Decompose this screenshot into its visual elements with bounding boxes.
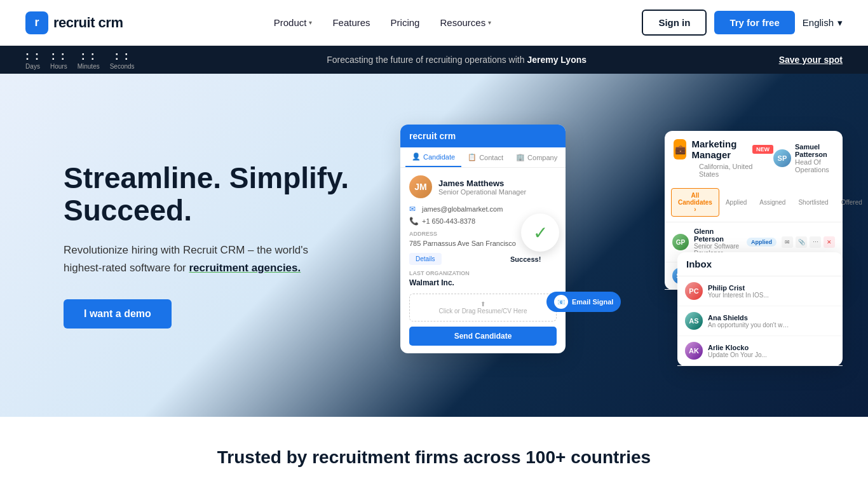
stage-offered[interactable]: Offered [835, 188, 868, 217]
nav-pricing[interactable]: Pricing [391, 17, 420, 28]
countdown-days: : : Days [25, 50, 40, 70]
inbox-name-1: Philip Crist [708, 284, 835, 292]
pipeline-title: Marketing Manager [691, 139, 747, 160]
stage-assigned[interactable]: Assigned [753, 188, 792, 217]
signin-button[interactable]: Sign in [642, 10, 707, 36]
org-name: Walmart Inc. [409, 278, 557, 287]
inbox-card: Inbox PC Philip Crist Your Interest In I… [677, 252, 843, 366]
nav-resources[interactable]: Resources ▾ [440, 17, 491, 28]
logos-title: Trusted by recruitment firms across 100+… [25, 447, 843, 468]
hero-link[interactable]: recruitment agencies. [189, 262, 301, 274]
send-candidate-button[interactable]: Send Candidate [409, 327, 557, 346]
inbox-name-3: Arlie Klocko [708, 344, 835, 351]
phone-icon: 📞 [409, 217, 418, 226]
countdown-hours: : : Hours [50, 50, 67, 70]
hero-title: Streamline. Simplify. Succeed. [64, 162, 369, 226]
inbox-name-2: Ana Shields [708, 314, 835, 322]
inbox-title: Inbox [677, 252, 843, 276]
hero-visuals: recruit crm 👤Candidate 📋Contact 🏢Company… [394, 112, 843, 379]
navbar: r recruit crm Product ▾ Features Pricing… [0, 0, 868, 46]
success-label: Success! [510, 255, 541, 263]
email-bubble-avatar: 📧 [554, 295, 568, 309]
candidate-avatar-1: GP [672, 234, 689, 250]
person-role: Senior Operational Manager [438, 188, 526, 196]
countdown-minutes: : : Minutes [78, 50, 100, 70]
chevron-down-icon: ▾ [488, 19, 491, 26]
inbox-row-1: PC Philip Crist Your Interest In IOS... [677, 276, 843, 306]
crm-tabs: 👤Candidate 📋Contact 🏢Company [400, 147, 566, 168]
hero-subtitle: Revolutionize hiring with Recruit CRM – … [64, 241, 330, 276]
demo-button[interactable]: I want a demo [64, 299, 172, 329]
pipeline-actions-1: ✉ 📎 ⋯ ✕ [782, 236, 835, 248]
logo-text: recruit crm [53, 15, 123, 31]
email-signal-bubble: 📧 Email Signal [546, 292, 621, 312]
action-icon[interactable]: ✉ [782, 236, 793, 248]
tab-company[interactable]: 🏢Company [510, 147, 564, 167]
announcement-text: Forecasting the future of recruiting ope… [135, 55, 779, 65]
pipeline-header: 💼 Marketing Manager NEW California, Unit… [665, 131, 843, 188]
person-avatar: JM [409, 175, 432, 198]
upload-icon: ⬆ [480, 301, 485, 308]
nav-links: Product ▾ Features Pricing Resources ▾ [274, 17, 491, 28]
logo-icon: r [25, 11, 48, 34]
language-selector[interactable]: English ▾ [803, 17, 843, 29]
upload-area[interactable]: ⬆ Click or Drag Resume/CV Here [409, 294, 557, 322]
inbox-row-3: AK Arlie Klocko Update On Your Jo... [677, 336, 843, 366]
announcement-bar: : : Days : : Hours : : Minutes : : Secon… [0, 46, 868, 74]
details-button[interactable]: Details [409, 253, 442, 265]
tab-candidate[interactable]: 👤Candidate [405, 147, 461, 167]
pipeline-stages: All Candidates › Applied Assigned Shortl… [665, 188, 843, 222]
nav-actions: Sign in Try for free English ▾ [642, 10, 843, 36]
logos-section: Trusted by recruitment firms across 100+… [0, 417, 868, 488]
save-spot-button[interactable]: Save your spot [779, 55, 843, 65]
inbox-avatar-2: AS [685, 312, 703, 330]
logo[interactable]: r recruit crm [25, 11, 123, 34]
crm-person: JM James Matthews Senior Operational Man… [409, 175, 557, 198]
success-popup: ✓ [521, 214, 559, 252]
job-icon: 💼 [674, 139, 686, 159]
inbox-msg-2: An opportunity you don't want to miss! [708, 322, 790, 329]
action-icon[interactable]: 📎 [796, 236, 807, 248]
inbox-row-2: AS Ana Shields An opportunity you don't … [677, 306, 843, 336]
pipeline-person: SP Samuel Patterson Head Of Operations [773, 143, 834, 173]
nav-product[interactable]: Product ▾ [274, 17, 313, 28]
inbox-msg-1: Your Interest In IOS... [708, 292, 790, 299]
pipeline-person-name: Samuel Patterson [795, 143, 834, 158]
inbox-avatar-3: AK [685, 342, 703, 360]
status-badge-1: Applied [747, 238, 776, 247]
nav-features[interactable]: Features [332, 17, 370, 28]
chevron-down-icon: ▾ [309, 19, 312, 26]
pipeline-avatar: SP [773, 149, 791, 167]
email-row: ✉ james@globalmarket.com [409, 205, 557, 214]
tab-contact[interactable]: 📋Contact [461, 147, 510, 167]
hero-content: Streamline. Simplify. Succeed. Revolutio… [64, 162, 369, 329]
email-signal-label: Email Signal [572, 298, 613, 306]
action-icon-delete[interactable]: ✕ [824, 236, 835, 248]
hero-section: Streamline. Simplify. Succeed. Revolutio… [0, 74, 868, 417]
action-icon[interactable]: ⋯ [810, 236, 821, 248]
person-name: James Matthews [438, 179, 526, 188]
countdown: : : Days : : Hours : : Minutes : : Secon… [25, 50, 135, 70]
inbox-avatar-1: PC [685, 282, 703, 300]
pipeline-person-role: Head Of Operations [795, 158, 834, 173]
new-badge: NEW [752, 145, 773, 154]
stage-applied[interactable]: Applied [719, 188, 753, 217]
stage-shortlisted[interactable]: Shortlisted [792, 188, 834, 217]
crm-card-header: recruit crm [400, 125, 566, 147]
countdown-seconds: : : Seconds [110, 50, 135, 70]
pipeline-location: California, United States [699, 163, 773, 178]
org-label: LAST ORGANIZATION [409, 270, 557, 276]
email-icon: ✉ [409, 205, 418, 214]
chevron-down-icon: ▾ [837, 17, 843, 29]
try-free-button[interactable]: Try for free [714, 11, 794, 34]
inbox-msg-3: Update On Your Jo... [708, 351, 790, 358]
success-icon: ✓ [533, 222, 548, 243]
stage-all-candidates[interactable]: All Candidates › [671, 188, 719, 217]
